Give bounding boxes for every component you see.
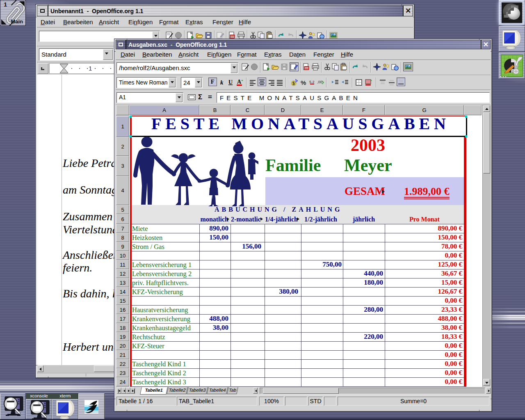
svg-text:5,2: 5,2 (309, 80, 315, 84)
svg-text:,00: ,00 (317, 80, 322, 84)
svg-text:$: $ (292, 81, 295, 86)
svg-text:%: % (301, 79, 306, 86)
svg-text:k: k (220, 79, 224, 86)
svg-text:U: U (228, 79, 233, 85)
svg-text:A: A (237, 79, 242, 85)
svg-text:F: F (211, 78, 215, 85)
